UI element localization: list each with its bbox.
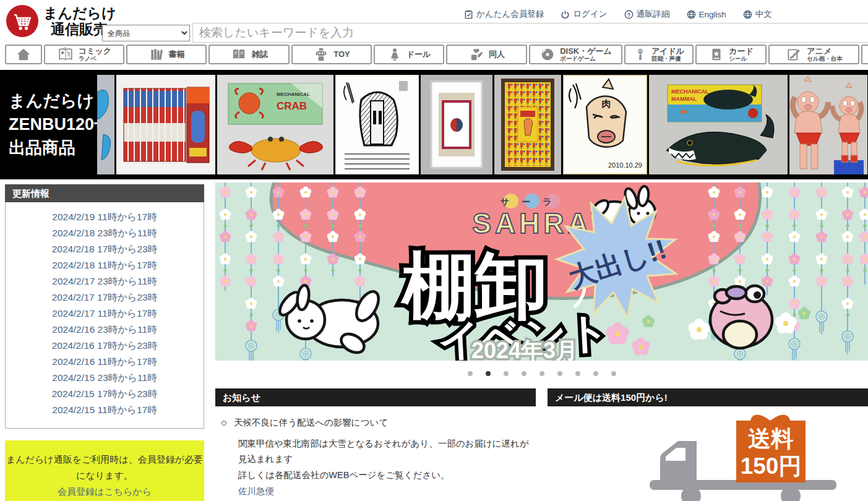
nav-label: 書籍 [169,50,185,59]
carousel-item-mechanical-crab[interactable]: MECHANICALCRAB [217,75,333,174]
announcement-body-line1: 関東甲信や東北南部は大雪となるおそれがあり、一部のお届けに遅れが見込まれます [238,436,536,468]
svg-text:2010.10.29: 2010.10.29 [608,161,642,169]
nav-DISK・ゲーム[interactable]: DISK・ゲームボードゲーム [529,45,622,64]
carousel-item-blue-figure[interactable] [97,75,114,174]
nav-同人[interactable]: 同人 [446,45,527,64]
nav-label: TOY [333,50,350,59]
nav-雑誌[interactable]: 雑誌 [208,45,290,64]
nav-sublabel: セル画・台本 [807,56,842,62]
carousel-dot-5[interactable] [557,371,562,376]
update-link-5[interactable]: 2024/2/17 17時から23時 [6,289,204,306]
nav-書籍[interactable]: 書籍 [126,45,207,64]
search-category-select[interactable]: 全商品 [102,25,190,41]
nav-アニメ[interactable]: アニメセル画・台本 [768,45,859,64]
search-input[interactable] [192,23,868,43]
update-link-9[interactable]: 2024/2/16 11時から17時 [6,354,204,370]
utility-link-2[interactable]: ?通販詳細 [624,9,670,20]
carousel-dot-6[interactable] [575,371,580,376]
carousel-item-signed-shikishi[interactable]: 肉2010.10.29 [563,75,647,174]
update-link-11[interactable]: 2024/2/15 17時から23時 [6,386,204,402]
svg-text:サーラ: サーラ [501,197,564,207]
registration-notice: まんだらけ通販をご利用時は、会員登録が必要になります。 会員登録はこちらから [5,440,204,501]
svg-text:CRAB: CRAB [277,100,307,112]
utility-link-label: ログイン [573,9,607,20]
anime-icon [785,46,802,62]
update-link-7[interactable]: 2024/2/16 23時から11時 [6,322,204,338]
doll-icon [387,46,402,62]
nav-カード[interactable]: カードシール [695,45,767,64]
utility-link-4[interactable]: 中文 [743,9,772,20]
carousel-dot-0[interactable] [468,371,473,376]
announcement-item[interactable]: 天候不良に伴う配送への影響について [221,417,536,429]
update-link-4[interactable]: 2024/2/17 23時から11時 [6,273,204,289]
carousel-dot-4[interactable] [539,371,544,376]
carousel-item-whale-tin-toy[interactable]: MECHANICALMAMMAL [649,75,788,174]
utility-link-label: 中文 [755,9,772,20]
nav-sublabel: シール [729,56,754,62]
svg-text:MAMMAL: MAMMAL [671,96,697,102]
carousel-dot-3[interactable] [522,371,526,376]
update-link-3[interactable]: 2024/2/18 11時から17時 [6,257,204,273]
updates-list: 2024/2/19 11時から17時2024/2/18 23時から11時2024… [5,202,204,429]
home-icon [15,46,32,62]
carousel-dots [215,367,868,379]
svg-text:MECHANICAL: MECHANICAL [277,92,310,97]
nav-partial[interactable] [861,45,868,64]
carousel-item-kinnikuman-box-set[interactable] [116,75,215,174]
shipping-badge: 送料 150円 [736,415,806,482]
carousel-dot-2[interactable] [504,371,509,376]
carousel-dot-7[interactable] [593,371,598,376]
svg-text:送料: 送料 [748,426,794,452]
update-link-6[interactable]: 2024/2/17 11時から17時 [6,306,204,322]
svg-text:肉: 肉 [602,98,611,109]
carousel-item-yellow-poster[interactable] [494,75,561,174]
utility-link-3[interactable]: English [687,10,726,19]
carousel-item-kinnikuman-figures[interactable] [789,75,867,174]
carousel-dot-8[interactable] [611,371,616,376]
carousel-item-framed-mask-art[interactable] [421,75,492,174]
update-link-10[interactable]: 2024/2/15 23時から11時 [6,370,204,386]
updates-header: 更新情報 [5,184,204,202]
nav-label: カードシール [729,47,754,62]
frog-character [710,286,772,348]
nav-TOY[interactable]: TOY [291,45,372,64]
nav-label: ドール [406,50,431,59]
nav-sublabel: 芸能・声優 [651,56,684,62]
globe-icon [743,10,752,19]
update-link-0[interactable]: 2024/2/19 11時から17時 [6,209,204,225]
update-link-12[interactable]: 2024/2/15 11時から17時 [6,402,204,418]
mandarake-logo[interactable]: まんだらけ 通信販売 [6,5,116,38]
announcement-body-line2: 詳しくは各配送会社のWEBページをご覧ください。 [238,468,536,483]
category-nav: コミックラノベ書籍雑誌TOYドール同人DISK・ゲームボードゲームアイドル芸能・… [5,45,868,64]
books-icon [148,46,165,62]
registration-link[interactable]: 会員登録はこちらから [58,486,152,497]
nav-label: 同人 [489,50,505,59]
mail-shipping-box: メール便は送料150円から! 送料 150円 [548,388,868,501]
carousel-item-ink-sketch-shikishi[interactable] [335,75,419,174]
carousel-dot-1[interactable] [486,371,491,376]
update-link-2[interactable]: 2024/2/18 17時から23時 [6,241,204,257]
nav-sublabel: ラノベ [79,56,111,62]
nav-ドール[interactable]: ドール [374,45,444,64]
card-icon [708,46,724,62]
sahra-event-banner[interactable]: サーラ SAHRA 大出し!! 棚卸 イベント 2024年3月 [215,182,868,361]
shipping-header: メール便は送料150円から! [548,388,868,406]
cart-icon [6,5,38,37]
courier-link-0[interactable]: 佐川急便 [238,483,536,499]
nav-コミック[interactable]: コミックラノベ [44,45,124,64]
utility-link-1[interactable]: ログイン [561,9,607,20]
banner-date: 2024年3月 [471,338,578,361]
hero-title: まんだらけ ZENBU120号 出品商品 [9,90,111,160]
utility-link-0[interactable]: かんたん会員登録 [464,9,544,20]
utility-link-label: かんたん会員登録 [476,9,544,20]
nav-home[interactable] [5,45,42,64]
update-link-8[interactable]: 2024/2/16 17時から23時 [6,338,204,354]
globe-icon [687,10,696,19]
utility-link-label: English [699,10,726,19]
nav-label: コミックラノベ [79,47,111,62]
announcements-box: お知らせ 天候不良に伴う配送への影響について 関東甲信や東北南部は大雪となるおそ… [215,388,536,501]
nav-アイドル[interactable]: アイドル芸能・声優 [624,45,694,64]
zenbu-hero-strip: まんだらけ ZENBU120号 出品商品 MECHANICALCRAB肉2010… [0,70,868,179]
logo-text-line1: まんだらけ [43,5,116,21]
update-link-1[interactable]: 2024/2/18 23時から11時 [6,225,204,241]
